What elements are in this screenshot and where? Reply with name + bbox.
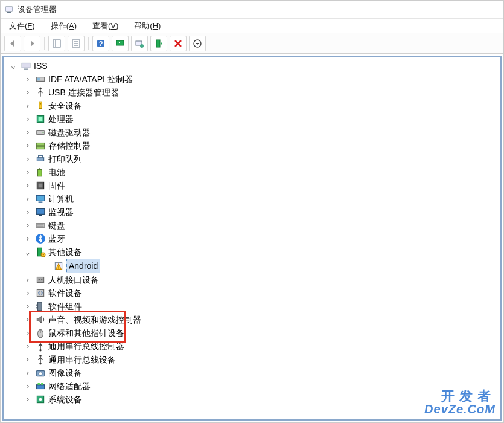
storage-icon — [35, 140, 46, 151]
tree-node-battery[interactable]: ›电池 — [5, 166, 500, 179]
node-label: 系统设备 — [48, 393, 82, 406]
window-title: 设备管理器 — [18, 4, 57, 15]
svg-rect-37 — [39, 215, 42, 216]
toolbar-scan[interactable] — [112, 36, 129, 51]
node-label: 其他设备 — [48, 245, 82, 259]
tree-node-imaging[interactable]: ›图像设备 — [5, 366, 500, 379]
tree-node-monitor[interactable]: ›监视器 — [5, 205, 500, 219]
tree-node-other[interactable]: ⌄?其他设备 — [5, 245, 500, 259]
toolbar-properties[interactable] — [68, 36, 85, 51]
expand-icon[interactable]: › — [23, 326, 33, 340]
title-bar: 设备管理器 — [1, 1, 503, 19]
usb-icon — [35, 341, 46, 352]
swcomp-icon — [35, 301, 46, 312]
node-label: 安全设备 — [48, 99, 82, 112]
expand-icon[interactable]: › — [23, 300, 33, 313]
expand-icon[interactable]: › — [23, 86, 33, 99]
node-label: USB 连接器管理器 — [48, 86, 119, 99]
tree-root[interactable]: ⌄ ISS — [5, 59, 500, 73]
svg-rect-28 — [37, 158, 43, 161]
node-label: 电池 — [48, 166, 65, 179]
expand-icon[interactable]: ⌄ — [23, 245, 33, 259]
expand-icon[interactable]: › — [23, 219, 33, 232]
expand-icon[interactable]: › — [23, 366, 33, 379]
menu-action[interactable]: 操作(A) — [48, 19, 79, 33]
tree-node-sound[interactable]: ›声音、视频和游戏控制器 — [5, 313, 500, 326]
security-icon — [35, 100, 46, 111]
tree-node-cpu[interactable]: ›处理器 — [5, 112, 500, 126]
expand-icon[interactable]: › — [23, 166, 33, 179]
tree-node-security[interactable]: ›安全设备 — [5, 99, 500, 112]
camera-icon — [35, 367, 46, 378]
expand-icon[interactable]: › — [23, 152, 33, 166]
node-label: 网络适配器 — [48, 379, 91, 393]
node-label: 图像设备 — [48, 366, 82, 379]
svg-rect-47 — [37, 277, 43, 283]
disk-icon — [35, 127, 46, 138]
svg-rect-13 — [156, 40, 160, 47]
expand-icon[interactable]: › — [23, 73, 33, 86]
svg-rect-62 — [36, 385, 45, 389]
menu-help[interactable]: 帮助(H) — [132, 19, 163, 33]
expand-icon[interactable]: ⌄ — [8, 59, 18, 73]
toolbar-help[interactable]: ? — [92, 36, 109, 51]
tree-node-usbdev[interactable]: ›通用串行总线设备 — [5, 353, 500, 366]
expand-icon[interactable]: › — [23, 379, 33, 393]
device-tree[interactable]: ⌄ ISS ›IDE ATA/ATAPI 控制器›USB 连接器管理器›安全设备… — [2, 56, 502, 421]
hid-icon — [35, 274, 46, 285]
tree-node-printq[interactable]: ›打印队列 — [5, 152, 500, 166]
svg-rect-57 — [39, 341, 41, 343]
node-label: 鼠标和其他指针设备 — [48, 326, 124, 340]
tree-node-storage[interactable]: ›存储控制器 — [5, 139, 500, 152]
toolbar: ? — [1, 33, 503, 54]
expand-icon[interactable]: › — [23, 232, 33, 245]
tree-node-android[interactable]: !Android — [5, 259, 500, 273]
tree-node-mouse[interactable]: ›鼠标和其他指针设备 — [5, 326, 500, 340]
svg-rect-63 — [38, 383, 40, 384]
expand-icon[interactable]: › — [23, 99, 33, 112]
tree-node-hid[interactable]: ›人机接口设备 — [5, 273, 500, 286]
expand-icon[interactable]: › — [23, 139, 33, 152]
menu-file[interactable]: 文件(F) — [7, 19, 37, 33]
toolbar-enable[interactable] — [131, 36, 148, 51]
usb-icon — [35, 354, 46, 365]
expand-icon[interactable]: › — [23, 179, 33, 192]
svg-rect-33 — [39, 184, 43, 188]
keyboard-icon — [35, 220, 46, 231]
mouse-icon — [35, 328, 46, 338]
tree-node-keyboard[interactable]: ›键盘 — [5, 219, 500, 232]
tree-node-disk[interactable]: ›磁盘驱动器 — [5, 126, 500, 139]
expand-icon[interactable]: › — [23, 126, 33, 139]
svg-rect-27 — [36, 146, 45, 149]
expand-icon[interactable]: › — [23, 393, 33, 406]
expand-icon[interactable]: › — [23, 340, 33, 353]
expand-icon[interactable]: › — [23, 205, 33, 219]
tree-node-swdev[interactable]: ›软件设备 — [5, 286, 500, 300]
tree-node-ide[interactable]: ›IDE ATA/ATAPI 控制器 — [5, 73, 500, 86]
printer-icon — [35, 153, 46, 164]
expand-icon[interactable]: › — [23, 273, 33, 286]
toolbar-uninstall[interactable] — [170, 36, 187, 51]
firmware-icon — [35, 180, 46, 191]
root-label: ISS — [34, 59, 48, 73]
toolbar-more[interactable] — [189, 36, 206, 51]
expand-icon[interactable]: › — [23, 313, 33, 326]
expand-icon[interactable]: › — [23, 286, 33, 300]
svg-text:?: ? — [99, 40, 103, 47]
tree-node-firmware[interactable]: ›固件 — [5, 179, 500, 192]
toolbar-back[interactable] — [4, 36, 21, 51]
svg-rect-16 — [24, 69, 28, 70]
expand-icon[interactable]: › — [23, 353, 33, 366]
tree-node-usbctrl[interactable]: ›通用串行总线控制器 — [5, 340, 500, 353]
tree-node-swcomp[interactable]: ›软件组件 — [5, 300, 500, 313]
menu-view[interactable]: 查看(V) — [90, 19, 121, 33]
expand-icon[interactable]: › — [23, 112, 33, 126]
tree-node-computer[interactable]: ›计算机 — [5, 192, 500, 205]
tree-node-usb-conn[interactable]: ›USB 连接器管理器 — [5, 86, 500, 99]
toolbar-forward[interactable] — [24, 36, 40, 51]
toolbar-show-hide-tree[interactable] — [48, 36, 65, 51]
expand-icon[interactable]: › — [23, 192, 33, 205]
toolbar-update-driver[interactable] — [150, 36, 167, 51]
app-icon — [4, 5, 14, 15]
tree-node-bluetooth[interactable]: ›蓝牙 — [5, 232, 500, 245]
